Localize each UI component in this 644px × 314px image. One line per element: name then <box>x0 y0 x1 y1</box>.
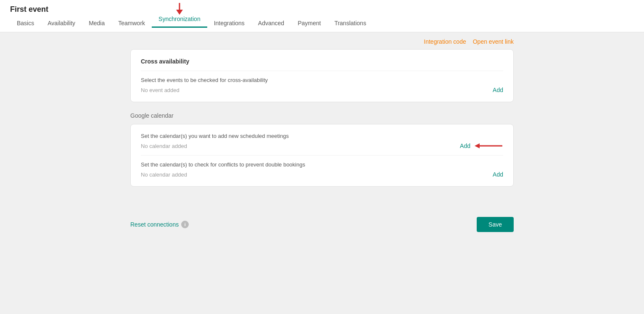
tab-integrations[interactable]: Integrations <box>207 16 251 32</box>
integration-code-link[interactable]: Integration code <box>424 38 466 45</box>
page-title: First event <box>10 0 634 14</box>
calendar-conflicts-section: Set the calendar(s) to check for conflic… <box>141 161 503 178</box>
main-content: Integration code Open event link Cross a… <box>120 32 524 214</box>
calendar-conflicts-add-button[interactable]: Add <box>493 171 503 178</box>
tab-navigation: Basics Availability Media Teamwork Synch… <box>10 16 634 32</box>
no-calendar-meetings-text: No calendar added <box>141 143 187 149</box>
google-calendar-card: Set the calendar(s) you want to add new … <box>130 124 514 187</box>
no-calendar-conflicts-text: No calendar added <box>141 172 187 178</box>
tab-availability[interactable]: Availability <box>41 16 82 32</box>
calendar-conflicts-description: Set the calendar(s) to check for conflic… <box>141 161 503 168</box>
calendar-meetings-description: Set the calendar(s) you want to add new … <box>141 133 503 139</box>
tab-synchronization-wrapper: Synchronization <box>152 16 207 32</box>
calendar-meetings-row: No calendar added Add <box>141 142 503 149</box>
tab-translations[interactable]: Translations <box>327 16 373 32</box>
open-event-link[interactable]: Open event link <box>473 38 514 45</box>
cross-availability-row: No event added Add <box>141 87 503 93</box>
calendar-meetings-add-button[interactable]: Add <box>460 142 470 149</box>
tab-synchronization[interactable]: Synchronization <box>152 11 207 28</box>
reset-connections-container: Reset connections i <box>130 221 189 228</box>
card-divider <box>141 155 503 156</box>
svg-marker-3 <box>475 143 480 148</box>
add-calendar-meetings-wrapper: Add <box>460 142 503 149</box>
save-button[interactable]: Save <box>477 217 514 232</box>
reset-connections-link[interactable]: Reset connections <box>130 221 179 228</box>
calendar-meetings-section: Set the calendar(s) you want to add new … <box>141 133 503 149</box>
info-icon[interactable]: i <box>181 221 189 228</box>
tab-teamwork[interactable]: Teamwork <box>111 16 152 32</box>
cross-availability-description: Select the events to be checked for cros… <box>141 77 503 83</box>
tab-basics[interactable]: Basics <box>10 16 41 32</box>
tab-payment[interactable]: Payment <box>291 16 327 32</box>
arrow-right-annotation <box>474 142 503 149</box>
google-calendar-heading: Google calendar <box>130 112 514 119</box>
tab-advanced[interactable]: Advanced <box>251 16 291 32</box>
action-bar: Integration code Open event link <box>130 32 514 49</box>
footer-bar: Reset connections i Save <box>120 214 524 232</box>
calendar-conflicts-row: No calendar added Add <box>141 171 503 178</box>
tab-media[interactable]: Media <box>82 16 111 32</box>
header: First event Basics Availability Media Te… <box>0 0 644 32</box>
arrow-annotation-svg <box>474 142 503 149</box>
cross-availability-add-button[interactable]: Add <box>493 87 503 93</box>
cross-availability-title: Cross availability <box>141 58 503 65</box>
cross-availability-section: Select the events to be checked for cros… <box>141 71 503 93</box>
no-event-text: No event added <box>141 87 179 93</box>
cross-availability-card: Cross availability Select the events to … <box>130 49 514 102</box>
